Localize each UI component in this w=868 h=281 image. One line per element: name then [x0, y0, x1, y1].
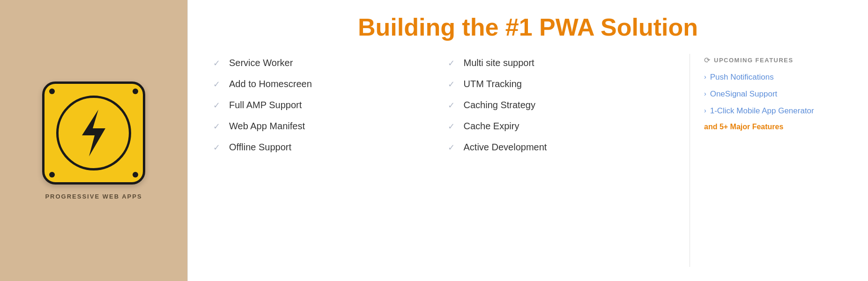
check-icon-full-amp-support: ✓ — [213, 100, 223, 111]
features-section: ✓ Service Worker ✓ Add to Homescreen ✓ F… — [207, 54, 690, 267]
features-col-2: ✓ Multi site support ✓ UTM Tracking ✓ Ca… — [441, 54, 676, 267]
corner-tl — [49, 89, 55, 94]
feature-label-service-worker: Service Worker — [229, 58, 293, 68]
feature-web-app-manifest: ✓ Web App Manifest — [211, 117, 437, 135]
feature-label-offline-support: Offline Support — [229, 142, 291, 153]
feature-label-cache-expiry: Cache Expiry — [464, 121, 519, 132]
feature-label-web-app-manifest: Web App Manifest — [229, 121, 305, 132]
feature-cache-expiry: ✓ Cache Expiry — [446, 117, 671, 135]
upcoming-onesignal-support: › OneSignal Support — [704, 89, 849, 99]
sidebar-label: PROGRESSIVE WEB APPS — [45, 193, 142, 200]
corner-br — [133, 172, 138, 177]
upcoming-header: ⟳ UPCOMING FEATURES — [704, 56, 849, 65]
check-icon-web-app-manifest: ✓ — [213, 121, 223, 132]
check-icon-multi-site: ✓ — [448, 58, 458, 68]
corner-bl — [49, 172, 55, 177]
feature-full-amp-support: ✓ Full AMP Support — [211, 96, 437, 114]
feature-label-caching-strategy: Caching Strategy — [464, 100, 535, 111]
upcoming-label-onesignal-support: OneSignal Support — [710, 89, 778, 99]
features-col-1: ✓ Service Worker ✓ Add to Homescreen ✓ F… — [207, 54, 441, 267]
feature-caching-strategy: ✓ Caching Strategy — [446, 96, 671, 114]
feature-label-utm-tracking: UTM Tracking — [464, 79, 522, 89]
chevron-mobile-app-generator: › — [704, 107, 706, 114]
feature-multi-site-support: ✓ Multi site support — [446, 54, 671, 72]
refresh-icon: ⟳ — [704, 56, 710, 65]
upcoming-more-label: and 5+ Major Features — [704, 123, 849, 131]
chevron-push-notifications: › — [704, 73, 706, 81]
logo-box — [42, 81, 145, 185]
feature-service-worker: ✓ Service Worker — [211, 54, 437, 72]
check-icon-service-worker: ✓ — [213, 58, 223, 68]
feature-label-add-to-homescreen: Add to Homescreen — [229, 79, 312, 89]
upcoming-section-title: UPCOMING FEATURES — [714, 57, 794, 64]
check-icon-offline-support: ✓ — [213, 142, 223, 153]
sidebar: PROGRESSIVE WEB APPS — [0, 0, 187, 281]
feature-offline-support: ✓ Offline Support — [211, 138, 437, 156]
main-content: Building the #1 PWA Solution ✓ Service W… — [187, 0, 868, 281]
check-icon-cache-expiry: ✓ — [448, 121, 458, 132]
page-title: Building the #1 PWA Solution — [207, 14, 849, 41]
upcoming-mobile-app-generator: › 1-Click Mobile App Generator — [704, 106, 849, 116]
feature-label-active-development: Active Development — [464, 142, 547, 153]
upcoming-label-mobile-app-generator: 1-Click Mobile App Generator — [710, 106, 814, 116]
upcoming-label-push-notifications: Push Notifications — [710, 72, 774, 82]
chevron-onesignal-support: › — [704, 90, 706, 97]
check-icon-add-to-homescreen: ✓ — [213, 79, 223, 89]
feature-label-multi-site: Multi site support — [464, 58, 534, 68]
check-icon-caching-strategy: ✓ — [448, 100, 458, 111]
feature-add-to-homescreen: ✓ Add to Homescreen — [211, 75, 437, 93]
feature-label-full-amp-support: Full AMP Support — [229, 100, 302, 111]
feature-utm-tracking: ✓ UTM Tracking — [446, 75, 671, 93]
upcoming-push-notifications: › Push Notifications — [704, 72, 849, 82]
feature-active-development: ✓ Active Development — [446, 138, 671, 156]
check-icon-active-development: ✓ — [448, 142, 458, 153]
check-icon-utm-tracking: ✓ — [448, 79, 458, 89]
content-area: ✓ Service Worker ✓ Add to Homescreen ✓ F… — [207, 54, 849, 267]
upcoming-section: ⟳ UPCOMING FEATURES › Push Notifications… — [690, 54, 849, 267]
corner-tr — [133, 89, 138, 94]
